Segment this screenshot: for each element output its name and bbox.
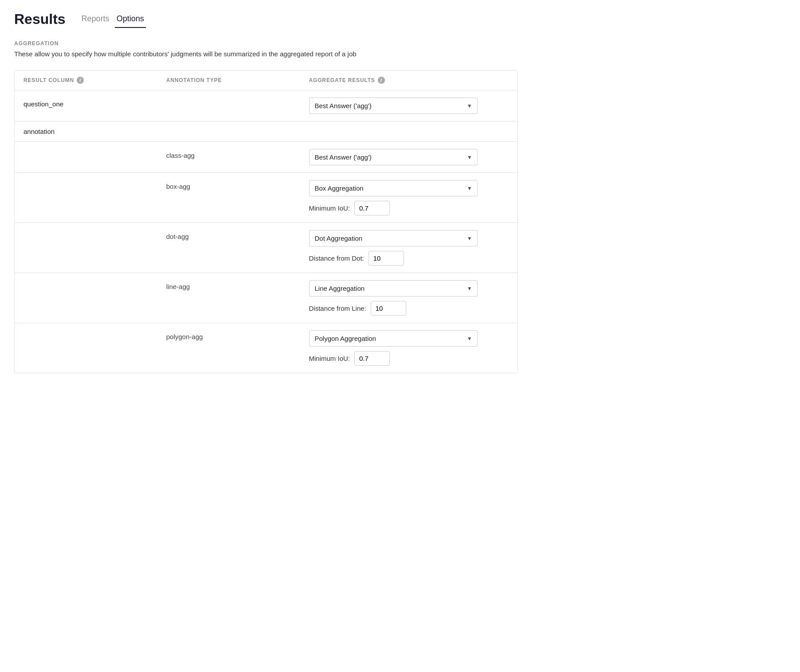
box-agg-param-row: Minimum IoU: — [309, 201, 509, 215]
annotation-parent-label: annotation — [15, 121, 518, 141]
distance-from-dot-label: Distance from Dot: — [309, 254, 364, 262]
box-agg-aggregate: Best Answer ('agg') Box Aggregation Dot … — [309, 180, 509, 215]
tabs: Reports Options — [80, 11, 146, 28]
polygon-agg-select[interactable]: Best Answer ('agg') Box Aggregation Dot … — [309, 330, 478, 347]
annotation-type-header: ANNOTATION TYPE — [166, 77, 309, 84]
table-row-question-one: question_one Best Answer ('agg') Box Agg… — [15, 90, 518, 121]
dot-agg-select-wrapper: Best Answer ('agg') Box Aggregation Dot … — [309, 230, 478, 246]
dot-agg-result-column — [24, 230, 166, 233]
minimum-iou-polygon-label: Minimum IoU: — [309, 355, 350, 362]
question-one-select[interactable]: Best Answer ('agg') Box Aggregation Dot … — [309, 98, 478, 114]
polygon-agg-annotation-type: polygon-agg — [166, 330, 309, 340]
line-agg-select-wrapper: Best Answer ('agg') Box Aggregation Dot … — [309, 280, 478, 297]
class-agg-select-wrapper: Best Answer ('agg') Box Aggregation Dot … — [309, 149, 478, 165]
dot-agg-select[interactable]: Best Answer ('agg') Box Aggregation Dot … — [309, 230, 478, 246]
class-agg-select[interactable]: Best Answer ('agg') Box Aggregation Dot … — [309, 149, 478, 165]
dot-agg-aggregate: Best Answer ('agg') Box Aggregation Dot … — [309, 230, 509, 266]
box-agg-select[interactable]: Best Answer ('agg') Box Aggregation Dot … — [309, 180, 478, 196]
class-agg-result-column — [24, 149, 166, 152]
header: Results Reports Options — [14, 11, 518, 28]
result-column-header: RESULT COLUMN i — [24, 77, 166, 84]
page: Results Reports Options AGGREGATION Thes… — [0, 0, 532, 384]
distance-from-line-input[interactable] — [371, 301, 406, 316]
minimum-iou-box-label: Minimum IoU: — [309, 204, 350, 212]
polygon-agg-result-column — [24, 330, 166, 333]
section-label: AGGREGATION — [14, 40, 518, 47]
class-agg-aggregate: Best Answer ('agg') Box Aggregation Dot … — [309, 149, 509, 165]
polygon-agg-aggregate: Best Answer ('agg') Box Aggregation Dot … — [309, 330, 509, 366]
table-row-line-agg: line-agg Best Answer ('agg') Box Aggrega… — [15, 273, 518, 323]
table-header: RESULT COLUMN i ANNOTATION TYPE AGGREGAT… — [15, 70, 518, 90]
result-column-info-icon[interactable]: i — [77, 77, 84, 84]
distance-from-dot-input[interactable] — [369, 251, 404, 266]
section-description: These allow you to specify how multiple … — [14, 50, 518, 58]
tab-options[interactable]: Options — [115, 11, 146, 28]
question-one-annotation-type — [166, 98, 309, 100]
table-row-class-agg: class-agg Best Answer ('agg') Box Aggreg… — [15, 142, 518, 173]
minimum-iou-polygon-input[interactable] — [354, 351, 390, 366]
aggregate-results-header: AGGREGATE RESULTS i — [309, 77, 509, 84]
polygon-agg-param-row: Minimum IoU: — [309, 351, 509, 366]
line-agg-result-column — [24, 280, 166, 283]
line-agg-aggregate: Best Answer ('agg') Box Aggregation Dot … — [309, 280, 509, 316]
dot-agg-annotation-type: dot-agg — [166, 230, 309, 240]
box-agg-select-wrapper: Best Answer ('agg') Box Aggregation Dot … — [309, 180, 478, 196]
table-row-box-agg: box-agg Best Answer ('agg') Box Aggregat… — [15, 173, 518, 223]
question-one-result-column: question_one — [24, 98, 166, 108]
distance-from-line-label: Distance from Line: — [309, 305, 366, 312]
table-row-polygon-agg: polygon-agg Best Answer ('agg') Box Aggr… — [15, 323, 518, 373]
class-agg-annotation-type: class-agg — [166, 149, 309, 159]
table-row-dot-agg: dot-agg Best Answer ('agg') Box Aggregat… — [15, 223, 518, 273]
table-row-annotation-parent: annotation — [15, 121, 518, 142]
minimum-iou-box-input[interactable] — [354, 201, 390, 215]
line-agg-annotation-type: line-agg — [166, 280, 309, 290]
polygon-agg-select-wrapper: Best Answer ('agg') Box Aggregation Dot … — [309, 330, 478, 347]
question-one-select-wrapper: Best Answer ('agg') Box Aggregation Dot … — [309, 98, 478, 114]
line-agg-param-row: Distance from Line: — [309, 301, 509, 316]
dot-agg-param-row: Distance from Dot: — [309, 251, 509, 266]
page-title: Results — [14, 11, 66, 27]
question-one-aggregate: Best Answer ('agg') Box Aggregation Dot … — [309, 98, 509, 114]
aggregation-table: RESULT COLUMN i ANNOTATION TYPE AGGREGAT… — [14, 70, 518, 373]
line-agg-select[interactable]: Best Answer ('agg') Box Aggregation Dot … — [309, 280, 478, 297]
tab-reports[interactable]: Reports — [80, 11, 111, 28]
box-agg-annotation-type: box-agg — [166, 180, 309, 190]
box-agg-result-column — [24, 180, 166, 183]
aggregate-results-info-icon[interactable]: i — [378, 77, 385, 84]
